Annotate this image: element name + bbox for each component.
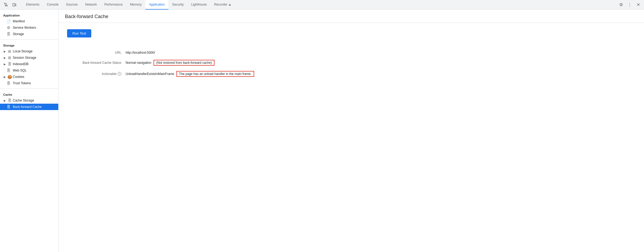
sidebar-item-cache-storage-label: Cache Storage: [13, 99, 34, 102]
arrow-cache-storage: ▶: [3, 99, 6, 102]
sidebar-storage-label: Storage: [0, 42, 58, 48]
cookies-icon: 🍪: [7, 75, 12, 79]
sidebar-item-local-storage-label: Local Storage: [13, 49, 32, 53]
info-table: URL http://localhost:5000/ Back-forward …: [67, 48, 635, 79]
sidebar-divider-1: [0, 39, 58, 40]
svg-rect-1: [15, 4, 16, 6]
tab-memory[interactable]: Memory: [126, 0, 145, 10]
actionable-key: UnloadHandlerExistsInMainFrame: [126, 72, 174, 76]
panel-header: Back-forward Cache: [59, 10, 644, 23]
sidebar-item-storage[interactable]: 🗄 Storage: [0, 31, 58, 37]
sidebar-divider-2: [0, 89, 58, 89]
bfc-status-label: Back-forward Cache Status: [67, 57, 126, 68]
sidebar-item-storage-label: Storage: [13, 32, 24, 36]
tab-recorder[interactable]: Recorder ▲: [210, 0, 235, 10]
actionable-label-text: Actionable: [102, 72, 117, 76]
sidebar-cache-label: Cache: [0, 91, 58, 97]
run-test-button[interactable]: Run Test: [67, 29, 91, 37]
sidebar-item-local-storage[interactable]: ▶ ⊞ Local Storage: [0, 48, 58, 54]
main-panel: Back-forward Cache Run Test URL http://l…: [59, 10, 644, 252]
tab-elements[interactable]: Elements: [22, 0, 43, 10]
sidebar-item-back-forward-cache[interactable]: 🗄 Back-forward Cache: [0, 104, 58, 110]
actionable-desc-box: The page has an unload handler in the ma…: [176, 71, 254, 77]
service-workers-icon: ⚙: [6, 26, 11, 30]
sidebar-item-manifest[interactable]: 📄 Manifest: [0, 18, 58, 24]
sidebar-item-web-sql-label: Web SQL: [13, 69, 27, 72]
tab-performance[interactable]: Performance: [101, 0, 126, 10]
actionable-label: Actionable ?: [67, 68, 126, 79]
tab-network[interactable]: Network: [81, 0, 101, 10]
local-storage-icon: ⊞: [7, 49, 12, 53]
sidebar-item-manifest-label: Manifest: [13, 19, 25, 23]
settings-icon[interactable]: ⚙: [617, 1, 625, 9]
tab-sources[interactable]: Sources: [62, 0, 81, 10]
sidebar: Application 📄 Manifest ⚙ Service Workers…: [0, 10, 59, 252]
main-container: Application 📄 Manifest ⚙ Service Workers…: [0, 10, 644, 252]
status-box-text: (Not restored from back-forward cache): [154, 60, 214, 66]
trust-tokens-icon: 🗄: [6, 81, 11, 85]
storage-icon: 🗄: [6, 32, 11, 36]
sidebar-item-indexeddb[interactable]: ▶ 🗄 IndexedDB: [0, 61, 58, 67]
bfc-status-value: Normal navigation (Not restored from bac…: [126, 57, 635, 68]
sidebar-item-cookies[interactable]: ▶ 🍪 Cookies: [0, 74, 58, 80]
tab-bar-right: ⚙ ⋮ ✕: [617, 1, 642, 9]
tabs-container: Elements Console Sources Network Perform…: [22, 0, 613, 10]
sidebar-item-service-workers-label: Service Workers: [13, 26, 36, 30]
sidebar-item-cache-storage[interactable]: ▶ 🗄 Cache Storage: [0, 97, 58, 104]
session-storage-icon: ⊞: [7, 56, 12, 60]
tab-bar: Elements Console Sources Network Perform…: [0, 0, 644, 10]
status-normal-text: Normal navigation: [126, 61, 151, 65]
url-text: http://localhost:5000/: [126, 51, 155, 54]
panel-body: Run Test URL http://localhost:5000/ Back…: [59, 23, 644, 86]
devtools-icons: [2, 1, 18, 9]
sidebar-item-trust-tokens-label: Trust Tokens: [13, 81, 31, 85]
help-icon[interactable]: ?: [118, 72, 121, 76]
inspect-icon[interactable]: [2, 1, 10, 9]
more-icon[interactable]: ⋮: [626, 1, 633, 9]
sidebar-item-cookies-label: Cookies: [13, 75, 24, 79]
arrow-indexeddb: ▶: [3, 62, 6, 66]
indexeddb-icon: 🗄: [7, 62, 12, 66]
back-forward-cache-icon: 🗄: [6, 105, 11, 109]
sidebar-item-session-storage-label: Session Storage: [13, 56, 36, 60]
sidebar-item-service-workers[interactable]: ⚙ Service Workers: [0, 24, 58, 31]
sidebar-item-trust-tokens[interactable]: 🗄 Trust Tokens: [0, 80, 58, 86]
arrow-session-storage: ▶: [3, 56, 6, 59]
svg-rect-0: [13, 3, 15, 6]
arrow-cookies: ▶: [3, 75, 6, 78]
actionable-value: UnloadHandlerExistsInMainFrame The page …: [126, 68, 635, 79]
sidebar-application-label: Application: [0, 12, 58, 18]
tab-security[interactable]: Security: [168, 0, 187, 10]
tab-application[interactable]: Application: [145, 0, 168, 10]
sidebar-item-back-forward-cache-label: Back-forward Cache: [13, 105, 42, 109]
device-icon[interactable]: [11, 1, 18, 9]
manifest-icon: 📄: [6, 19, 11, 23]
sidebar-item-session-storage[interactable]: ▶ ⊞ Session Storage: [0, 54, 58, 61]
page-title: Back-forward Cache: [65, 14, 638, 19]
arrow-local-storage: ▶: [3, 50, 6, 53]
tab-console[interactable]: Console: [43, 0, 62, 10]
web-sql-icon: 🗄: [6, 68, 11, 73]
tab-lighthouse[interactable]: Lighthouse: [187, 0, 210, 10]
cache-storage-icon: 🗄: [7, 98, 12, 103]
url-value: http://localhost:5000/: [126, 48, 635, 57]
close-icon[interactable]: ✕: [634, 1, 642, 9]
url-label: URL: [67, 48, 126, 57]
sidebar-item-indexeddb-label: IndexedDB: [13, 62, 28, 66]
sidebar-item-web-sql[interactable]: 🗄 Web SQL: [0, 67, 58, 74]
